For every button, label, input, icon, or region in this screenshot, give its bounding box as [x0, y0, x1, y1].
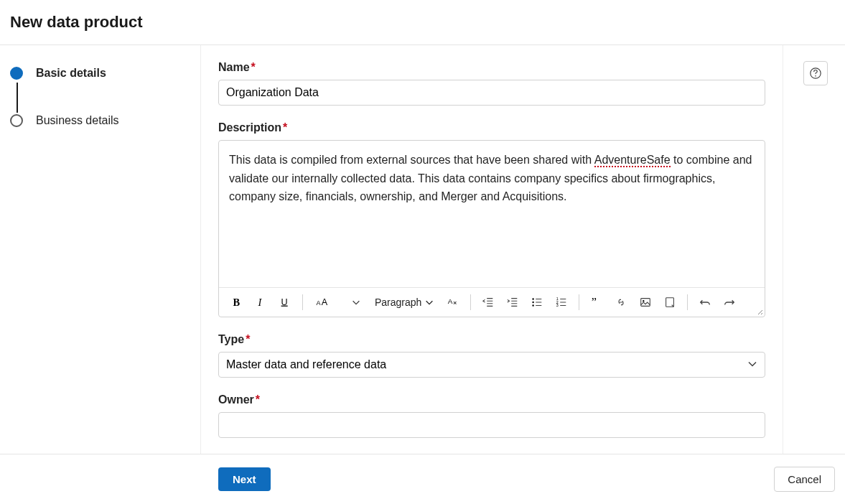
help-button[interactable]	[803, 61, 828, 85]
page-header: New data product	[0, 0, 845, 45]
step-label: Basic details	[36, 67, 106, 80]
step-connector	[17, 83, 18, 113]
help-icon	[809, 67, 822, 80]
required-indicator: *	[283, 121, 287, 134]
name-input[interactable]	[218, 80, 765, 106]
field-type: Type* Master data and reference data	[218, 333, 765, 378]
step-indicator-inactive	[10, 114, 23, 127]
font-size-button[interactable]: AA	[310, 292, 342, 312]
toolbar-separator	[302, 294, 303, 310]
svg-point-7	[533, 302, 534, 303]
owner-input[interactable]	[218, 412, 765, 438]
clear-format-button[interactable]: A	[443, 292, 463, 312]
svg-text:A: A	[322, 297, 328, 307]
image-button[interactable]	[635, 292, 655, 312]
description-textarea[interactable]: This data is compiled from external sour…	[219, 141, 765, 287]
required-indicator: *	[246, 333, 250, 345]
type-label: Type*	[218, 333, 765, 346]
svg-text:B: B	[233, 297, 241, 308]
footer: Next Cancel	[0, 454, 845, 504]
paragraph-dropdown[interactable]: Paragraph	[370, 294, 439, 311]
svg-rect-13	[641, 299, 650, 307]
description-editor: This data is compiled from external sour…	[218, 140, 765, 317]
resize-handle-icon[interactable]	[755, 307, 763, 315]
quote-button[interactable]: ”	[587, 292, 607, 312]
svg-text:U: U	[281, 297, 288, 307]
step-business-details[interactable]: Business details	[10, 114, 190, 127]
right-gutter	[783, 45, 845, 456]
svg-text:A: A	[317, 299, 321, 307]
svg-point-14	[643, 300, 645, 302]
editor-toolbar: B I U AA Paragraph A 123	[219, 287, 765, 317]
toolbar-separator	[687, 294, 688, 310]
bullet-list-button[interactable]	[527, 292, 547, 312]
form-main: Name* Description* This data is compiled…	[201, 45, 783, 456]
description-label: Description*	[218, 121, 765, 134]
outdent-button[interactable]	[478, 292, 498, 312]
indent-button[interactable]	[503, 292, 523, 312]
numbered-list-button[interactable]: 123	[551, 292, 571, 312]
spellcheck-word[interactable]: AdventureSafe	[594, 154, 671, 167]
svg-point-6	[533, 298, 534, 299]
required-indicator: *	[256, 393, 260, 406]
attach-button[interactable]	[660, 292, 680, 312]
link-button[interactable]	[611, 292, 631, 312]
page-title: New data product	[10, 13, 835, 32]
required-indicator: *	[251, 61, 256, 73]
bold-button[interactable]: B	[226, 292, 246, 312]
svg-text:”: ”	[592, 296, 597, 309]
svg-point-8	[533, 304, 534, 306]
step-basic-details[interactable]: Basic details	[10, 67, 190, 80]
steps-sidebar: Basic details Business details	[0, 45, 201, 456]
svg-text:I: I	[257, 297, 262, 308]
field-description: Description* This data is compiled from …	[218, 121, 765, 317]
name-label: Name*	[218, 61, 765, 74]
undo-button[interactable]	[695, 292, 715, 312]
step-label: Business details	[36, 114, 119, 127]
cancel-button[interactable]: Cancel	[774, 467, 835, 492]
field-name: Name*	[218, 61, 765, 106]
svg-text:3: 3	[556, 303, 559, 307]
font-size-dropdown[interactable]	[346, 292, 366, 312]
underline-button[interactable]: U	[275, 292, 295, 312]
owner-label: Owner*	[218, 393, 765, 406]
svg-point-17	[815, 75, 816, 77]
redo-button[interactable]	[719, 292, 739, 312]
italic-button[interactable]: I	[251, 292, 271, 312]
step-indicator-active	[10, 67, 23, 80]
type-select[interactable]: Master data and reference data	[218, 352, 765, 378]
toolbar-separator	[579, 294, 579, 310]
toolbar-separator	[470, 294, 471, 310]
field-owner: Owner*	[218, 393, 765, 438]
next-button[interactable]: Next	[218, 467, 271, 491]
svg-text:A: A	[448, 297, 453, 305]
